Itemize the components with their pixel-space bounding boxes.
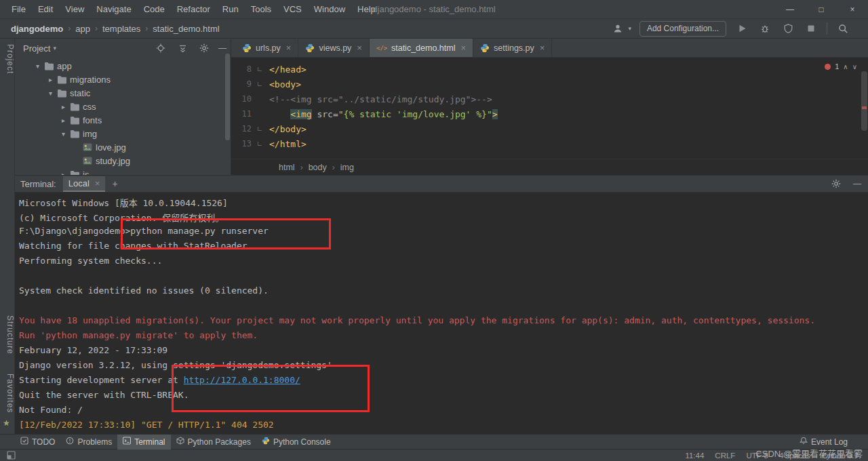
menu-window[interactable]: Window xyxy=(308,0,351,18)
user-icon[interactable] xyxy=(610,21,625,36)
terminal-line: Microsoft Windows [版本 10.0.19044.1526] xyxy=(19,196,868,211)
editor-tab-urls-py[interactable]: urls.py× xyxy=(235,39,298,57)
tool-button-label: Python Console xyxy=(273,437,331,447)
menu-vcs[interactable]: VCS xyxy=(277,0,308,18)
new-terminal-tab-button[interactable]: + xyxy=(112,178,117,189)
locate-icon[interactable] xyxy=(153,41,168,56)
menu-file[interactable]: File xyxy=(5,0,32,18)
minimize-button[interactable]: — xyxy=(774,0,806,19)
tool-button-terminal[interactable]: Terminal xyxy=(117,435,170,449)
line-number: 12 xyxy=(231,124,254,134)
project-panel-title[interactable]: Project xyxy=(23,43,50,54)
editor-breadcrumbs: html›body›img xyxy=(231,159,868,175)
tree-item-love-jpg[interactable]: love.jpg xyxy=(15,140,231,154)
chevron-collapsed-icon[interactable]: ▸ xyxy=(45,76,56,83)
tool-button-python-console[interactable]: Python Console xyxy=(256,435,336,449)
run-icon[interactable] xyxy=(734,21,749,36)
breadcrumb-item-djangodemo[interactable]: djangodemo xyxy=(11,24,63,34)
stop-icon[interactable] xyxy=(804,21,818,36)
window-controls: —□× xyxy=(774,0,868,19)
editor-breadcrumb-body[interactable]: body xyxy=(309,163,327,172)
hide-terminal-icon[interactable]: — xyxy=(853,179,861,188)
menu-refactor[interactable]: Refactor xyxy=(171,0,216,18)
tree-item-study-jpg[interactable]: study.jpg xyxy=(15,154,231,167)
favorites-star-icon[interactable]: ★ xyxy=(3,418,10,428)
collapse-all-icon[interactable] xyxy=(175,41,190,56)
tree-item-static[interactable]: ▾static xyxy=(15,86,231,100)
close-tab-icon[interactable]: × xyxy=(460,43,466,53)
close-tab-icon[interactable]: × xyxy=(357,43,362,53)
error-count: 1 xyxy=(835,62,839,71)
menu-tools[interactable]: Tools xyxy=(245,0,277,18)
chevron-expanded-icon[interactable]: ▾ xyxy=(33,62,43,70)
terminal-tab-local[interactable]: Local × xyxy=(63,176,106,192)
close-terminal-tab-icon[interactable]: × xyxy=(95,178,100,188)
menu-run[interactable]: Run xyxy=(216,0,245,18)
tool-button-todo[interactable]: TODO xyxy=(15,435,60,449)
hide-panel-icon[interactable]: — xyxy=(218,43,226,53)
settings-gear-icon[interactable] xyxy=(197,41,212,56)
sidebar-item-structure[interactable]: Structure xyxy=(0,315,15,355)
coverage-icon[interactable] xyxy=(781,21,795,36)
previous-error-icon[interactable]: ∧ xyxy=(843,63,848,71)
sidebar-item-project[interactable]: Project xyxy=(0,44,15,74)
line-number: 11 xyxy=(231,109,254,119)
editor-breadcrumb-html[interactable]: html xyxy=(279,163,295,172)
terminal-text: Performing system checks... xyxy=(19,256,162,266)
tab-label: views.py xyxy=(319,43,351,53)
terminal-header-toolbar: — xyxy=(829,176,861,191)
tool-button-problems[interactable]: Problems xyxy=(60,435,117,449)
next-error-icon[interactable]: ∨ xyxy=(852,63,857,71)
search-everywhere-icon[interactable] xyxy=(835,21,850,36)
menu-code[interactable]: Code xyxy=(138,0,171,18)
editor-breadcrumb-img[interactable]: img xyxy=(340,163,354,172)
tree-item-app[interactable]: ▾app xyxy=(15,59,231,73)
tree-item-css[interactable]: ▸css xyxy=(15,100,231,113)
fold-marker-icon[interactable] xyxy=(254,142,265,146)
terminal-line: Quit the server with CTRL-BREAK. xyxy=(19,390,868,405)
status-crlf[interactable]: CRLF xyxy=(715,452,735,460)
editor-tab-views-py[interactable]: views.py× xyxy=(298,39,370,57)
tree-item-js[interactable]: ▸js xyxy=(15,167,231,175)
error-stripe-mark[interactable] xyxy=(862,106,867,109)
project-view-caret-icon[interactable]: ▾ xyxy=(53,45,56,52)
maximize-button[interactable]: □ xyxy=(806,0,837,19)
editor-tab-settings-py[interactable]: settings.py× xyxy=(473,39,552,57)
editor-scrollbar[interactable] xyxy=(861,71,867,131)
toolbar-divider xyxy=(827,22,827,35)
close-tab-icon[interactable]: × xyxy=(286,43,292,53)
editor-body[interactable]: 8</head>9<body>10<!--<img src="../static… xyxy=(231,58,868,159)
menu-view[interactable]: View xyxy=(59,0,90,18)
image-icon xyxy=(81,143,94,151)
tool-window-switcher-icon[interactable] xyxy=(3,448,18,461)
tree-item-migrations[interactable]: ▸migrations xyxy=(15,73,231,86)
add-configuration-button[interactable]: Add Configuration... xyxy=(639,21,726,37)
menu-edit[interactable]: Edit xyxy=(32,0,59,18)
tree-item-img[interactable]: ▾img xyxy=(15,127,231,140)
close-button[interactable]: × xyxy=(837,0,868,19)
chevron-expanded-icon[interactable]: ▾ xyxy=(45,89,56,97)
debug-icon[interactable] xyxy=(757,21,772,36)
fold-marker-icon[interactable] xyxy=(254,127,265,131)
fold-marker-icon[interactable] xyxy=(254,67,265,71)
terminal-settings-gear-icon[interactable] xyxy=(829,176,844,191)
chevron-collapsed-icon[interactable]: ▸ xyxy=(58,117,68,124)
menu-navigate[interactable]: Navigate xyxy=(90,0,137,18)
tool-button-python-packages[interactable]: Python Packages xyxy=(171,435,256,449)
sidebar-item-favorites[interactable]: Favorites xyxy=(0,374,15,413)
server-url-link[interactable]: http://127.0.0.1:8000/ xyxy=(184,375,300,385)
breadcrumb-item-app[interactable]: app xyxy=(75,24,90,34)
breadcrumb-item-templates[interactable]: templates xyxy=(102,24,140,34)
tree-item-fonts[interactable]: ▸fonts xyxy=(15,113,231,127)
terminal-header: Terminal: Local × + — xyxy=(15,175,868,193)
chevron-expanded-icon[interactable]: ▾ xyxy=(58,130,68,138)
chevron-collapsed-icon[interactable]: ▸ xyxy=(58,171,68,176)
chevron-collapsed-icon[interactable]: ▸ xyxy=(58,103,68,111)
status-11-44[interactable]: 11:44 xyxy=(685,452,704,460)
fold-marker-icon[interactable] xyxy=(254,82,265,86)
close-tab-icon[interactable]: × xyxy=(540,43,545,53)
editor-tab-static-demo-html[interactable]: </>static_demo.html× xyxy=(370,39,473,57)
breadcrumb-item-static-demo-html[interactable]: static_demo.html xyxy=(153,24,219,34)
project-scrollbar[interactable] xyxy=(225,54,230,140)
terminal-output[interactable]: Microsoft Windows [版本 10.0.19044.1526](c… xyxy=(15,193,868,434)
